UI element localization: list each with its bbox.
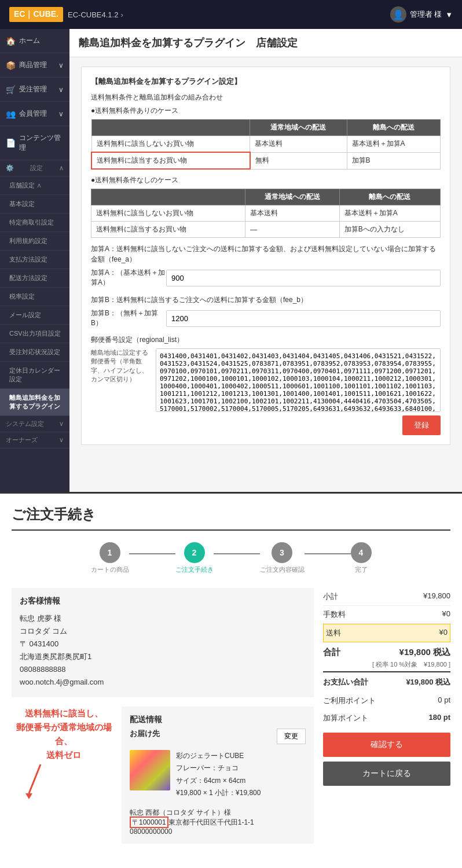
sidebar-sub-terms[interactable]: 利用規約設定 — [0, 232, 69, 251]
fee-b-input[interactable] — [166, 310, 441, 327]
sidebar-sub-tokusho[interactable]: 特定商取引設定 — [0, 214, 69, 232]
product-price: ¥19,800 × 1 小計：¥19,800 — [176, 787, 261, 800]
chevron-icon: ∨ — [58, 61, 64, 69]
chevron-down-icon: ▼ — [445, 10, 453, 19]
chevron-icon: ∨ — [58, 110, 64, 118]
delivery-title: 配送情報 — [130, 715, 162, 725]
main-content: 離島追加料金を加算するプラグイン 店舗設定 【離島追加料金を加算するプラグイン設… — [69, 29, 462, 492]
sidebar-sub-ritou-plugin[interactable]: 離島追加料金を加算するプラグイン — [0, 389, 69, 416]
delivery-person-phone: 08000000000 — [130, 827, 306, 836]
price-row-fee: 手数料 ¥0 — [323, 606, 450, 624]
orders-icon: 🛒 — [6, 85, 16, 94]
contents-icon: 📄 — [6, 138, 16, 148]
svg-marker-1 — [25, 793, 32, 799]
sidebar-item-home[interactable]: 🏠 ホーム — [0, 29, 69, 53]
order-left: お客様情報 転忠 虎夢 様 コロタダ コム 〒 0431400 北海道奥尻郡奥尻… — [12, 588, 314, 849]
product-size: サイズ：64cm × 64cm — [176, 775, 261, 788]
sidebar: 🏠 ホーム 📦 商品管理 ∨ 🛒 受注管理 ∨ 👥 会員管理 ∨ 📄 コンテンツ… — [0, 29, 69, 492]
step-4: 4 完了 — [351, 542, 372, 574]
sidebar-section-settings[interactable]: ⚙️ 設定 ∧ — [0, 160, 69, 176]
sidebar-section-system[interactable]: システム設定 ∨ — [0, 416, 69, 432]
postal-textarea[interactable]: 0431400,0431401,0431402,0431403,0431404,… — [156, 348, 441, 412]
sidebar-item-contents[interactable]: 📄 コンテンツ管理 — [0, 126, 69, 160]
product-name: 彩のジェラートCUBE — [176, 750, 261, 763]
fee-label: 手数料 — [323, 609, 346, 620]
col-header-0 — [91, 189, 245, 205]
chevron-up-icon-sub: ∧ — [36, 182, 42, 189]
step-label-2: ご注文手続き — [175, 565, 214, 574]
price-row-add-points: 加算ポイント 180 pt — [323, 709, 450, 727]
register-button[interactable]: 登録 — [402, 415, 441, 435]
postal-section-label: 郵便番号設定（regional_list） — [91, 335, 441, 345]
subtotal-value: ¥19,800 — [423, 591, 450, 602]
sidebar-item-products[interactable]: 📦 商品管理 ∨ — [0, 53, 69, 78]
step-label-1: カートの商品 — [91, 565, 129, 574]
payment-label: お支払い合計 — [323, 677, 368, 687]
change-button[interactable]: 変更 — [277, 729, 306, 744]
customer-address: 北海道奥尻郡奥尻町1 — [20, 650, 306, 663]
delivery-person: 転忠 西都（コロタダ サイト）様 〒1000001東京都千代田区千代田1-1-1… — [130, 808, 306, 836]
total-value: ¥19,800 税込 — [399, 647, 450, 658]
main-layout: 🏠 ホーム 📦 商品管理 ∨ 🛒 受注管理 ∨ 👥 会員管理 ∨ 📄 コンテンツ… — [0, 29, 462, 492]
delivery-header: 配送情報 — [130, 715, 306, 729]
members-icon: 👥 — [6, 109, 16, 119]
sidebar-sub-calendar[interactable]: 定休日カレンダー設定 — [0, 362, 69, 389]
sidebar-sub-store[interactable]: 店舗設定 ∧ — [0, 176, 69, 195]
step-line-1 — [129, 553, 175, 554]
cell: 送料無料に該当しないお買い物 — [91, 136, 250, 153]
cell: 無料 — [250, 152, 347, 169]
chevron-icon-system: ∨ — [59, 420, 64, 428]
delivery-sub-header: お届け先 変更 — [130, 729, 306, 744]
postal-highlight: 〒1000001 — [130, 816, 168, 828]
sidebar-sub-payment[interactable]: 支払方法設定 — [0, 251, 69, 269]
fee-a-desc: 加算A：送料無料に該当しないご注文への送料に加算する金額、および送料無料設定して… — [91, 244, 441, 264]
fee-a-label: 加算A：（基本送料＋加算A） — [91, 268, 166, 288]
cell: 送料無料に該当するお買い物 — [91, 152, 250, 169]
fee-b-label: 加算B：（無料＋加算B） — [91, 308, 166, 328]
sidebar-sub-shipping[interactable]: 配送方法設定 — [0, 269, 69, 288]
sidebar-sub-basic[interactable]: 基本設定 — [0, 195, 69, 214]
breadcrumb-chevron: › — [120, 10, 123, 19]
fee-a-input[interactable] — [166, 270, 441, 286]
step-circle-2: 2 — [184, 542, 205, 563]
customer-title: お客様情報 — [20, 596, 306, 606]
price-row-shipping: 送料 ¥0 — [323, 624, 450, 642]
customer-postal: 〒 0431400 — [20, 638, 306, 650]
sidebar-sub-order-status[interactable]: 受注対応状況設定 — [0, 343, 69, 362]
fee-a-group: 加算A：（基本送料＋加算A） — [91, 268, 441, 288]
subtotal-label: 小計 — [323, 591, 338, 602]
sidebar-section-owners[interactable]: オーナーズ ∨ — [0, 432, 69, 448]
sidebar-sub-csv[interactable]: CSV出力項目設定 — [0, 325, 69, 343]
shop-section: ご注文手続き 1 カートの商品 2 ご注文手続き 3 ご注文内容確認 4 — [0, 494, 462, 868]
svg-line-0 — [29, 764, 41, 793]
table-row-highlighted: 送料無料に該当するお買い物 無料 加算B — [91, 152, 441, 169]
customer-box: お客様情報 転忠 虎夢 様 コロタダ コム 〒 0431400 北海道奥尻郡奥尻… — [12, 588, 314, 697]
product-image — [130, 750, 170, 790]
step-circle-4: 4 — [351, 542, 372, 563]
cell: 加算Bへの入力なし — [339, 222, 440, 238]
step-line-2 — [214, 553, 260, 554]
sidebar-label-contents: コンテンツ管理 — [19, 133, 64, 153]
cell: 基本送料＋加算A — [339, 205, 440, 222]
cell: 送料無料に該当するお買い物 — [91, 222, 245, 238]
step-circle-3: 3 — [272, 542, 292, 563]
customer-info: 転忠 虎夢 様 コロタダ コム 〒 0431400 北海道奥尻郡奥尻町1 080… — [20, 612, 306, 689]
sidebar-item-orders[interactable]: 🛒 受注管理 ∨ — [0, 78, 69, 102]
back-button[interactable]: カートに戻る — [323, 762, 450, 786]
confirm-button[interactable]: 確認する — [323, 733, 450, 757]
table-row: 送料無料に該当しないお買い物 基本送料 基本送料＋加算A — [91, 136, 441, 153]
fee-b-group: 加算B：（無料＋加算B） — [91, 308, 441, 328]
sidebar-sub-tax[interactable]: 税率設定 — [0, 288, 69, 306]
sidebar-sub-mail[interactable]: メール設定 — [0, 306, 69, 325]
postal-sublabel: 離島地域に設定する郵便番号（半角数字、ハイフンなし、カンマ区切り） — [91, 348, 149, 412]
home-icon: 🏠 — [6, 36, 16, 46]
postal-section: 郵便番号設定（regional_list） 離島地域に設定する郵便番号（半角数字… — [91, 335, 441, 412]
header-user[interactable]: 👤 管理者 様 ▼ — [390, 6, 453, 23]
col-header-2: 離島への配送 — [339, 189, 440, 205]
cell: 基本送料＋加算A — [347, 136, 440, 153]
sidebar-item-members[interactable]: 👥 会員管理 ∨ — [0, 102, 69, 126]
step-circle-1: 1 — [100, 542, 120, 563]
user-avatar: 👤 — [390, 6, 406, 23]
col-header-1: 通常地域への配送 — [250, 120, 347, 136]
chevron-icon-owners: ∨ — [59, 436, 64, 444]
